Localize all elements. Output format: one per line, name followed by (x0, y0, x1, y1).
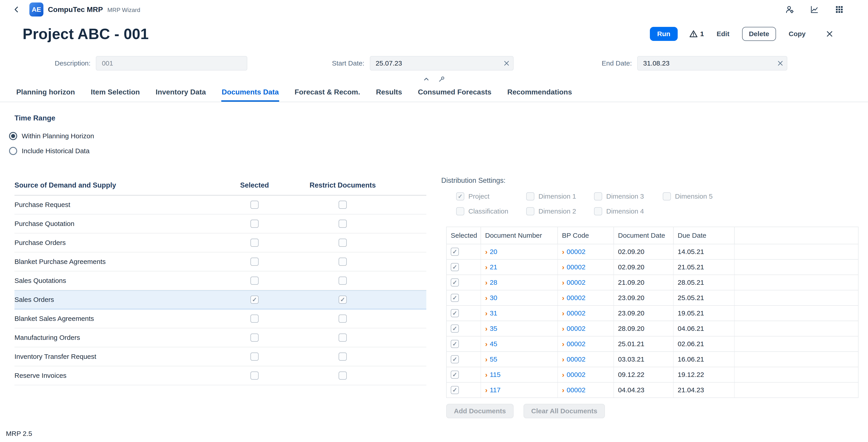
source-row-inventory-transfer-request[interactable]: Inventory Transfer Request (14, 347, 426, 366)
restrict-documents-checkbox[interactable] (339, 239, 347, 247)
tab-inventory-data[interactable]: Inventory Data (155, 88, 206, 102)
tab-recommendations[interactable]: Recommendations (507, 88, 572, 102)
distribution-checkbox-dimension-4[interactable]: Dimension 4 (594, 207, 663, 216)
user-settings-icon[interactable] (783, 3, 796, 15)
document-row[interactable]: 310000223.09.2019.05.21 (447, 306, 858, 321)
copy-button[interactable]: Copy (788, 27, 807, 40)
source-row-sales-quotations[interactable]: Sales Quotations (14, 272, 426, 290)
tab-item-selection[interactable]: Item Selection (90, 88, 141, 102)
selected-checkbox[interactable] (250, 201, 258, 209)
delete-button[interactable]: Delete (742, 27, 776, 41)
selected-checkbox[interactable] (250, 220, 258, 228)
source-row-purchase-orders[interactable]: Purchase Orders (14, 233, 426, 252)
row-selected-checkbox[interactable] (451, 248, 459, 256)
document-row[interactable]: 450000225.01.2102.06.21 (447, 337, 858, 352)
pin-header-button[interactable] (438, 75, 446, 83)
row-selected-checkbox[interactable] (451, 386, 459, 394)
clear-all-documents-button[interactable]: Clear All Documents (524, 404, 605, 418)
document-row[interactable]: 1150000209.12.2219.12.22 (447, 367, 858, 383)
distribution-checkbox-dimension-5[interactable]: Dimension 5 (663, 192, 859, 201)
selected-checkbox[interactable] (250, 277, 258, 285)
selected-checkbox[interactable] (250, 295, 258, 304)
document-row[interactable]: 200000202.09.2014.05.21 (447, 244, 858, 260)
restrict-documents-checkbox[interactable] (339, 295, 347, 304)
document-row[interactable]: 1170000204.04.2321.04.23 (447, 383, 858, 398)
source-row-blanket-purchase-agreements[interactable]: Blanket Purchase Agreements (14, 252, 426, 272)
document-number-link[interactable]: 21 (490, 263, 497, 271)
start-date-input[interactable] (370, 56, 514, 70)
edit-button[interactable]: Edit (716, 27, 730, 40)
chart-icon[interactable] (808, 3, 820, 15)
selected-checkbox[interactable] (250, 352, 258, 361)
row-selected-checkbox[interactable] (451, 355, 459, 364)
document-number-link[interactable]: 30 (490, 294, 497, 302)
row-selected-checkbox[interactable] (451, 263, 459, 271)
distribution-checkbox-dimension-1[interactable]: Dimension 1 (526, 192, 594, 201)
document-row[interactable]: 300000223.09.2025.05.21 (447, 290, 858, 306)
document-number-link[interactable]: 115 (490, 371, 501, 379)
clear-end-date-icon[interactable] (777, 60, 783, 66)
restrict-documents-checkbox[interactable] (339, 277, 347, 285)
bp-code-link[interactable]: 00002 (567, 386, 585, 394)
source-row-blanket-sales-agreements[interactable]: Blanket Sales Agreements (14, 309, 426, 328)
restrict-documents-checkbox[interactable] (339, 334, 347, 342)
distribution-checkbox-project[interactable]: Project (456, 192, 526, 201)
grid-icon[interactable] (833, 3, 845, 15)
bp-code-link[interactable]: 00002 (567, 340, 585, 348)
document-number-link[interactable]: 55 (490, 355, 497, 363)
tab-documents-data[interactable]: Documents Data (221, 88, 279, 102)
back-button[interactable] (11, 4, 22, 15)
row-selected-checkbox[interactable] (451, 294, 459, 302)
end-date-input[interactable] (637, 56, 787, 70)
restrict-documents-checkbox[interactable] (339, 315, 347, 323)
bp-code-link[interactable]: 00002 (567, 371, 585, 379)
bp-code-link[interactable]: 00002 (567, 355, 585, 363)
selected-checkbox[interactable] (250, 239, 258, 247)
document-number-link[interactable]: 20 (490, 248, 497, 256)
tab-forecast-recom[interactable]: Forecast & Recom. (294, 88, 361, 102)
selected-checkbox[interactable] (250, 372, 258, 380)
tab-results[interactable]: Results (375, 88, 403, 102)
tab-planning-horizon[interactable]: Planning horizon (16, 88, 75, 102)
collapse-header-button[interactable] (422, 75, 430, 83)
bp-code-link[interactable]: 00002 (567, 248, 585, 256)
document-row[interactable]: 210000202.09.2021.05.21 (447, 260, 858, 275)
document-number-link[interactable]: 31 (490, 309, 497, 317)
document-row[interactable]: 550000203.03.2116.06.21 (447, 352, 858, 367)
source-row-sales-orders[interactable]: Sales Orders (14, 290, 426, 309)
source-row-reserve-invoices[interactable]: Reserve Invoices (14, 366, 426, 385)
run-button[interactable]: Run (650, 27, 677, 41)
row-selected-checkbox[interactable] (451, 309, 459, 317)
bp-code-link[interactable]: 00002 (567, 279, 585, 286)
row-selected-checkbox[interactable] (451, 324, 459, 333)
distribution-checkbox-classification[interactable]: Classification (456, 207, 526, 216)
selected-checkbox[interactable] (250, 258, 258, 266)
time-range-option-within-planning-horizon[interactable]: Within Planning Horizon (9, 129, 868, 144)
restrict-documents-checkbox[interactable] (339, 372, 347, 380)
warning-indicator[interactable]: 1 (689, 30, 704, 38)
restrict-documents-checkbox[interactable] (339, 258, 347, 266)
selected-checkbox[interactable] (250, 315, 258, 323)
close-icon[interactable] (824, 28, 835, 40)
time-range-option-include-historical-data[interactable]: Include Historical Data (9, 144, 868, 158)
row-selected-checkbox[interactable] (451, 371, 459, 379)
source-row-purchase-request[interactable]: Purchase Request (14, 195, 426, 215)
bp-code-link[interactable]: 00002 (567, 294, 585, 302)
source-row-purchase-quotation[interactable]: Purchase Quotation (14, 215, 426, 233)
document-number-link[interactable]: 117 (490, 386, 501, 394)
bp-code-link[interactable]: 00002 (567, 309, 585, 317)
document-number-link[interactable]: 28 (490, 279, 497, 286)
document-row[interactable]: 280000221.09.2028.05.21 (447, 275, 858, 290)
selected-checkbox[interactable] (250, 334, 258, 342)
source-row-manufacturing-orders[interactable]: Manufacturing Orders (14, 328, 426, 347)
distribution-checkbox-dimension-3[interactable]: Dimension 3 (594, 192, 663, 201)
add-documents-button[interactable]: Add Documents (446, 404, 514, 418)
restrict-documents-checkbox[interactable] (339, 201, 347, 209)
tab-consumed-forecasts[interactable]: Consumed Forecasts (417, 88, 492, 102)
restrict-documents-checkbox[interactable] (339, 352, 347, 361)
document-row[interactable]: 350000228.09.2004.06.21 (447, 321, 858, 337)
document-number-link[interactable]: 35 (490, 325, 497, 333)
bp-code-link[interactable]: 00002 (567, 263, 585, 271)
row-selected-checkbox[interactable] (451, 340, 459, 348)
clear-start-date-icon[interactable] (504, 60, 509, 66)
